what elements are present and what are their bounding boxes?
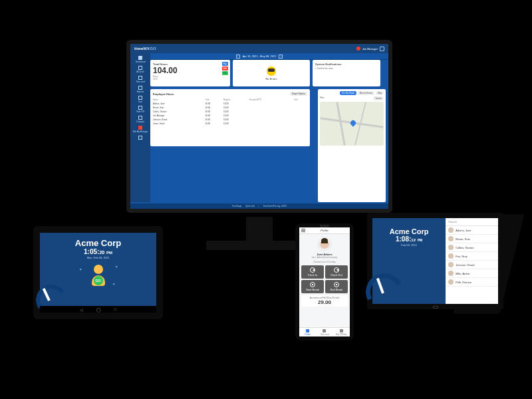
table-row[interactable]: Jones, Sarah16.0016.00 — [153, 122, 307, 126]
clock-out-button[interactable]: Clock Out — [325, 265, 348, 279]
avatar-icon — [448, 245, 454, 250]
sidebar-item-category[interactable]: Category — [130, 116, 150, 123]
employee-row[interactable]: Polk, Damian — [446, 278, 498, 287]
end-break-button[interactable]: End Break — [325, 280, 348, 293]
pill-pay[interactable]: Pay — [222, 62, 228, 66]
map-view[interactable] — [320, 102, 384, 146]
next-range-button[interactable]: › — [279, 55, 283, 59]
sidebar-item-reports[interactable]: Reports — [130, 86, 150, 93]
employee-row[interactable]: Johnson, Dewitt — [446, 261, 498, 269]
employee-row[interactable]: Adams, Jane — [446, 226, 498, 235]
sidebar-item-timecard[interactable]: Time card — [130, 76, 150, 83]
sparkle-icon: ✦ — [79, 267, 82, 271]
nav-dayoff[interactable]: Day Off Req. — [333, 328, 350, 336]
sidebar: Dashboard All Clock Time card Reports Us… — [130, 53, 150, 202]
status-dot-icon — [356, 47, 360, 51]
search-input[interactable]: Search — [446, 218, 498, 226]
logout-icon[interactable] — [380, 47, 384, 51]
role-icon — [138, 106, 142, 110]
tablet-left: Acme Corp 1:05:20 PM Mon, Feb 03, 2022 ✦… — [33, 226, 163, 319]
sidebar-item-more[interactable] — [130, 136, 150, 140]
map-pin-icon[interactable] — [349, 119, 356, 126]
map-filter[interactable]: Filter — [320, 96, 325, 100]
home-icon[interactable]: ◯ — [96, 307, 101, 312]
notifications-card: System Notifications Content has users — [313, 60, 380, 86]
pill-edit[interactable]: Edit — [222, 71, 228, 75]
back-icon[interactable]: ◁ — [80, 307, 83, 312]
avatar-icon — [448, 236, 454, 241]
pill-add[interactable]: Add — [222, 66, 228, 70]
user-chip[interactable]: Joe Manager — [356, 47, 384, 51]
clock-display: 1:08:12 PM — [396, 235, 422, 243]
sparkle-icon: ✦ — [115, 265, 118, 269]
clock-icon — [138, 66, 142, 70]
date-range-bar: ‹ Apr 16, 2021 - May 08, 2021 › — [130, 53, 388, 60]
avatar-icon — [448, 271, 454, 276]
card-title: System Notifications — [315, 63, 378, 66]
user-name: Joe Manager — [362, 47, 378, 51]
break-end-icon — [334, 282, 339, 287]
user-status: Clocked since 8:15 today — [299, 261, 350, 263]
employee-row[interactable]: Fox, Gray — [446, 252, 498, 261]
timecard-icon — [323, 329, 326, 332]
dashboard-body: Total Hours 104.00 Hours 0.0% Pay Add Ed… — [150, 60, 386, 202]
mood-card: No Errors — [233, 60, 310, 86]
avatar-icon — [448, 262, 454, 267]
go-avatar[interactable]: ✦ ✦ ✦ GO — [88, 265, 108, 289]
clock-in-icon — [310, 267, 315, 273]
monitor-stand — [246, 217, 273, 243]
avatar-head-icon — [94, 265, 103, 274]
sidebar-item-dashboard[interactable]: Dashboard — [130, 56, 150, 63]
sidebar-item-editmanager[interactable]: Edit My Manager — [130, 126, 150, 133]
tablet-right: Acme Corp 1:08:12 PM Feb 03, 2022 Search… — [367, 213, 503, 309]
avatar-icon — [448, 227, 454, 233]
menu-icon[interactable] — [301, 229, 305, 232]
avatar-icon — [448, 279, 454, 285]
sidebar-item-allclock[interactable]: All Clock — [130, 66, 150, 73]
desktop-monitor: timeMXGO Joe Manager Dashboard All Clock… — [126, 40, 392, 213]
total-hours-value: 104.00 — [153, 66, 227, 75]
top-bar: timeMXGO Joe Manager — [130, 44, 388, 53]
employee-hours-card: Employee Hours Export Options Name Total… — [150, 89, 310, 146]
kiosk-panel: Acme Corp 1:08:12 PM Feb 03, 2022 — [372, 218, 446, 304]
start-break-button[interactable]: Start Break — [301, 280, 324, 293]
tab-map[interactable]: Map — [376, 91, 384, 95]
employee-row[interactable]: Brown, Sam — [446, 235, 498, 243]
tag-icon — [138, 116, 142, 120]
bottom-nav: Profile Time card Day Off Req. — [299, 327, 350, 336]
user-email: Jane_Adams@mail.company — [299, 256, 350, 259]
mood-label: No Errors — [265, 77, 277, 80]
accrual-value: 29.00 — [303, 299, 346, 305]
tab-recent-events[interactable]: Recent Events — [358, 91, 375, 95]
map-search[interactable]: Search — [373, 96, 384, 100]
mobile-app: Profile Jane Adams Jane_Adams@mail.compa… — [299, 227, 350, 336]
export-button[interactable]: Export Options — [290, 92, 307, 96]
windows-button-icon[interactable] — [433, 306, 438, 309]
go-badge: GO — [94, 276, 103, 285]
dots-icon — [138, 136, 142, 140]
grid-icon — [138, 56, 142, 60]
kiosk-employee-app: Acme Corp 1:08:12 PM Feb 03, 2022 Search… — [372, 218, 498, 304]
employee-row[interactable]: Mills, Archie — [446, 269, 498, 278]
accrual-card: Accrued as of Feb 03 via IN clock 29.00 — [301, 295, 348, 307]
footer-bar: TimeStage Quick edit | TimeClock Pick re… — [130, 203, 388, 209]
nav-profile[interactable]: Profile — [299, 328, 316, 336]
prev-range-button[interactable]: ‹ — [236, 55, 240, 59]
sunglasses-emoji-icon — [267, 66, 276, 76]
sidebar-item-roleoff[interactable]: Role Off — [130, 106, 150, 113]
employee-row[interactable]: Collins, Gaston — [446, 243, 498, 252]
date-display: Feb 03, 2022 — [401, 243, 417, 247]
clock-out-icon — [334, 267, 339, 273]
nav-timecard[interactable]: Time card — [316, 328, 332, 336]
recent-icon[interactable]: □ — [114, 307, 117, 311]
sidebar-item-user[interactable]: User — [130, 96, 150, 103]
profile-icon — [306, 329, 309, 332]
clock-in-button[interactable]: Clock In — [301, 265, 324, 279]
clock-display: 1:05:20 PM — [84, 248, 112, 255]
tab-on-the-clock[interactable]: On The Clock — [340, 91, 356, 95]
android-nav: ◁ ◯ □ — [40, 306, 156, 313]
date-range-text[interactable]: Apr 16, 2021 - May 08, 2021 — [243, 55, 277, 58]
avatar[interactable] — [317, 237, 332, 251]
user-icon — [138, 96, 142, 100]
sparkle-icon: ✦ — [112, 282, 115, 286]
